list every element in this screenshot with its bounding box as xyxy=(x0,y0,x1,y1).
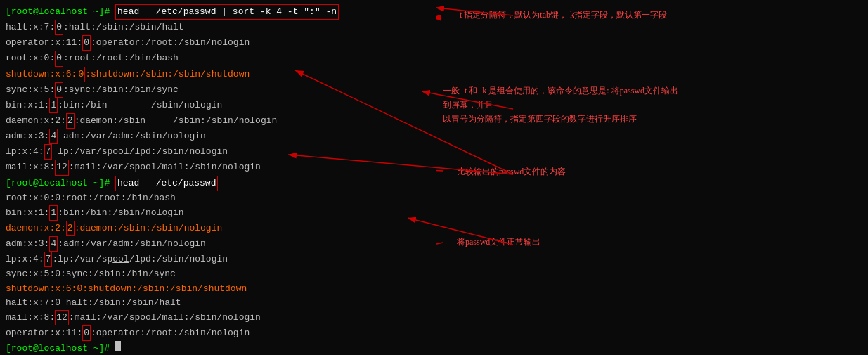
command-line-1: [root@localhost ~]# head /etc/passwd | s… xyxy=(6,4,430,20)
normal-line-adm: adm:x:3:4:adm:/var/adm:/sbin/nologin xyxy=(6,236,430,252)
sorted-line-5: sync:x:5:0:sync:/sbin:/bin/sync xyxy=(6,82,430,98)
final-prompt: [root@localhost ~]# xyxy=(6,341,430,355)
sorted-line-7: daemon:x:2:2:daemon:/sbin /sbin:/sbin/no… xyxy=(6,113,430,129)
sorted-line-1: halt:x:7:0:halt:/sbin:/sbin/halt xyxy=(6,20,430,35)
command-box-1: head /etc/passwd | sort -k 4 -t ":" -n xyxy=(115,4,339,20)
terminal-panel: [root@localhost ~]# head /etc/passwd | s… xyxy=(0,0,436,355)
prompt-final: [root@localhost ~]# xyxy=(6,342,115,355)
cursor xyxy=(115,341,121,351)
normal-line-mail: mail:x:8:12:mail:/var/spool/mail:/sbin/n… xyxy=(6,310,430,325)
command-line-2: [root@localhost ~]# head /etc/passwd xyxy=(6,176,430,191)
prompt-1: [root@localhost ~]# xyxy=(6,5,115,19)
annotation-1: -t 指定分隔符，默认为tab键，-k指定字段，默认第一字段 xyxy=(457,8,667,22)
sorted-line-3: root:x:0:0:root:/root:/bin/bash xyxy=(6,51,430,66)
normal-line-lp: lp:x:4:7:lp:/var/spool/lpd:/sbin/nologin xyxy=(6,252,430,267)
sorted-line-shutdown-1: shutdown:x:6:0:shutdown:/sbin:/sbin/shut… xyxy=(6,67,430,82)
annotation-4: 将passwd文件正常输出 xyxy=(457,235,540,249)
sorted-line-6: bin:x:1:1:bin:/bin /sbin/nologin xyxy=(6,98,430,113)
sorted-line-8: adm:x:3:4 adm:/var/adm:/sbin/nologin xyxy=(6,129,430,144)
normal-line-1: root:x:0:0:root:/root:/bin/bash xyxy=(6,191,430,205)
prompt-2: [root@localhost ~]# xyxy=(6,176,115,191)
annotation-3: 比较输出的passwd文件的内容 xyxy=(457,165,566,179)
sorted-line-10: mail:x:8:12:mail:/var/spool/mail:/sbin/n… xyxy=(6,160,430,175)
annotation-panel: -t 指定分隔符，默认为tab键，-k指定字段，默认第一字段 一般 -t 和 -… xyxy=(436,0,868,355)
normal-line-halt: halt:x:7:0 halt:/sbin:/sbin/halt xyxy=(6,296,430,310)
sorted-line-2: operator:x:11:0:operator:/root:/sbin/nol… xyxy=(6,35,430,51)
command-box-2: head /etc/passwd xyxy=(115,176,218,191)
normal-line-daemon: daemon:x:2:2:daemon:/sbin:/sbin/nologin xyxy=(6,221,430,236)
sorted-line-9: lp:x:4:7 lp:/var/spool/lpd:/sbin/nologin xyxy=(6,144,430,160)
annotation-2: 一般 -t 和 -k 是组合使用的，该命令的意思是: 将passwd文件输出到屏… xyxy=(443,84,682,126)
normal-line-2: bin:x:1:1:bin:/bin:/sbin/nologin xyxy=(6,205,430,221)
normal-line-shutdown: shutdown:x:6:0:shutdown:/sbin:/sbin/shut… xyxy=(6,282,430,296)
normal-line-operator: operator:x:11:0:operator:/root:/sbin/nol… xyxy=(6,325,430,341)
normal-line-sync: sync:x:5:0:sync:/sbin:/bin/sync xyxy=(6,267,430,281)
